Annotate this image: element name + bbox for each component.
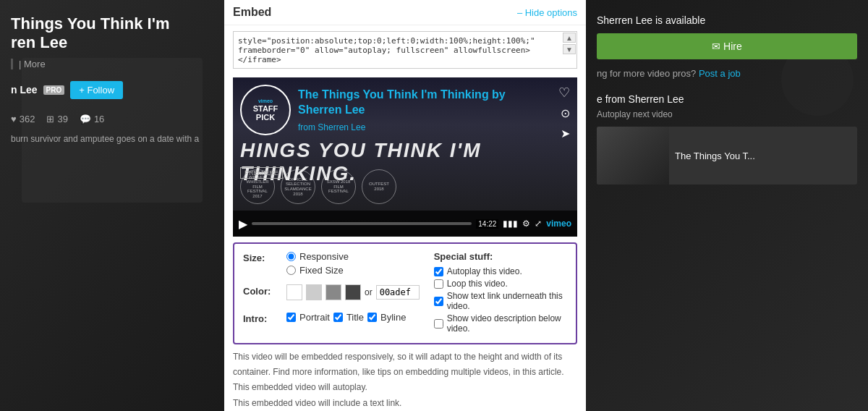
award-4: OUTFEST2018 xyxy=(362,169,396,204)
info-line-2: container. Find more information, like t… xyxy=(233,365,577,379)
fullscreen-icon[interactable]: ⤢ xyxy=(535,219,542,229)
more-label: | More xyxy=(11,59,213,69)
info-line-3: This embedded video will autoplay. xyxy=(233,381,577,394)
info-text: This video will be embedded responsively… xyxy=(233,350,577,410)
video-title-overlay: The Things You Think I'm Thinking by She… xyxy=(298,88,548,118)
loop-checkbox[interactable] xyxy=(434,279,443,289)
share-icon[interactable]: ➤ xyxy=(561,127,570,140)
author-name: n Lee xyxy=(11,84,38,96)
options-section: Size: Responsive Fixed Size Co xyxy=(233,242,577,344)
color-swatch-4[interactable] xyxy=(345,284,361,300)
responsive-label: Responsive xyxy=(299,251,349,262)
loop-label: Loop this video. xyxy=(447,279,508,289)
portrait-checkbox[interactable] xyxy=(286,313,296,322)
fixed-row: Fixed Size xyxy=(286,265,420,276)
post-job-link[interactable]: Post a job xyxy=(699,68,741,79)
color-label: Color: xyxy=(243,284,278,297)
autoplay-check-label: Autoplay this video. xyxy=(447,266,522,276)
time-label: 14:22 xyxy=(476,219,498,229)
embed-code-textarea[interactable] xyxy=(233,31,577,69)
more-videos-label: e from Sherren Lee xyxy=(597,93,857,105)
byline-label: Byline xyxy=(380,312,406,323)
staff-pick-badge: vimeo STAFF PICK xyxy=(240,85,291,135)
special-section: Special stuff: Autoplay this video. Loop… xyxy=(434,251,567,336)
intro-controls: Portrait Title Byline xyxy=(286,312,406,323)
left-panel: Things You Think I'm ren Lee | More n Le… xyxy=(0,0,224,411)
intro-row: Intro: Portrait Title Byline xyxy=(243,312,420,324)
title-label: Title xyxy=(346,312,364,323)
thumbnail-image xyxy=(597,127,669,185)
settings-icon[interactable]: ⚙ xyxy=(522,219,530,229)
show-desc-label: Show video description below video. xyxy=(447,313,567,334)
loop-row: Loop this video. xyxy=(434,279,567,289)
show-text-checkbox[interactable] xyxy=(434,297,443,306)
embed-title: Embed xyxy=(233,6,271,19)
hide-options-link[interactable]: – Hide options xyxy=(517,7,577,18)
portrait-label: Portrait xyxy=(299,312,330,323)
volume-icon[interactable]: ▮▮▮ xyxy=(503,219,518,229)
scroll-down-btn[interactable]: ▼ xyxy=(563,44,576,54)
availability-text: Sherren Lee is available xyxy=(597,14,857,26)
right-thumbnail[interactable]: The Things You T... xyxy=(597,127,857,185)
thumbnail-title: The Things You T... xyxy=(669,145,761,167)
embed-header: Embed – Hide options xyxy=(224,0,586,25)
show-desc-row: Show video description below video. xyxy=(434,313,567,334)
size-controls: Responsive Fixed Size xyxy=(286,251,420,279)
video-controls: ▶ 14:22 ▮▮▮ ⚙ ⤢ vimeo xyxy=(233,211,577,237)
fixed-size-radio[interactable] xyxy=(286,266,296,275)
follow-button[interactable]: + Follow xyxy=(70,81,123,99)
scroll-up-btn[interactable]: ▲ xyxy=(563,33,576,43)
from-author: from Sherren Lee xyxy=(298,122,365,132)
award-3: SXSW 2018FILMFESTIVAL xyxy=(321,169,356,204)
award-1: WINNERWHISTLERFILM FESTIVAL2017 xyxy=(240,169,275,204)
video-preview: vimeo STAFF PICK The Things You Think I'… xyxy=(233,77,577,237)
play-button[interactable]: ▶ xyxy=(239,217,247,231)
right-panel: Sherren Lee is available ✉ Hire ng for m… xyxy=(586,0,868,411)
embed-panel: Embed – Hide options ▲ ▼ vimeo STAFF PIC… xyxy=(224,0,586,411)
responsive-radio[interactable] xyxy=(286,252,296,261)
pro-badge: PRO xyxy=(43,85,65,95)
stacks-stat: ⊞ 39 xyxy=(46,114,67,124)
scroll-buttons: ▲ ▼ xyxy=(563,33,576,54)
size-row: Size: Responsive Fixed Size xyxy=(243,251,420,279)
progress-bar[interactable] xyxy=(252,222,472,225)
vimeo-watermark: vimeo xyxy=(546,219,571,229)
left-title: Things You Think I'm ren Lee xyxy=(11,14,213,53)
info-line-1: This video will be embedded responsively… xyxy=(233,350,577,364)
title-checkbox[interactable] xyxy=(333,313,343,322)
info-line-4: This embedded video will include a text … xyxy=(233,397,577,410)
show-desc-checkbox[interactable] xyxy=(434,319,443,329)
watch-later-icon[interactable]: ⊙ xyxy=(561,106,570,120)
special-label: Special stuff: xyxy=(434,251,567,262)
author-row: n Lee PRO + Follow xyxy=(11,81,213,99)
pick-label: PICK xyxy=(256,113,275,122)
autoplay-checkbox[interactable] xyxy=(434,267,443,276)
color-row: Color: or xyxy=(243,284,420,306)
responsive-row: Responsive xyxy=(286,251,420,262)
intro-label: Intro: xyxy=(243,312,278,324)
fixed-size-label: Fixed Size xyxy=(299,265,344,276)
color-swatch-1[interactable] xyxy=(286,284,302,300)
autoplay-row: Autoplay this video. xyxy=(434,266,567,276)
color-hex-input[interactable] xyxy=(376,285,420,300)
vimeo-label: vimeo xyxy=(258,98,273,104)
stats-row: ♥ 362 ⊞ 39 💬 16 xyxy=(11,114,213,124)
comments-stat: 💬 16 xyxy=(80,114,104,124)
left-description: burn survivor and amputee goes on a date… xyxy=(11,133,213,145)
award-badges: WINNERWHISTLERFILM FESTIVAL2017 OFFICIAL… xyxy=(240,169,570,204)
staff-label: STAFF xyxy=(253,104,278,113)
video-inner: vimeo STAFF PICK The Things You Think I'… xyxy=(233,77,577,237)
award-2: OFFICIALSELECTIONSLAMDANCE2018 xyxy=(281,169,315,204)
show-text-row: Show text link underneath this video. xyxy=(434,291,567,311)
color-swatch-2[interactable] xyxy=(306,284,322,300)
color-controls: or xyxy=(286,284,420,300)
hire-button[interactable]: ✉ Hire xyxy=(597,33,857,59)
show-text-label: Show text link underneath this video. xyxy=(447,291,567,311)
author-link[interactable]: Sherren Lee xyxy=(318,122,365,132)
color-swatch-3[interactable] xyxy=(326,284,341,300)
byline-checkbox[interactable] xyxy=(367,313,377,322)
post-job-text: ng for more video pros? Post a job xyxy=(597,68,857,79)
heart-icon[interactable]: ♡ xyxy=(558,85,570,101)
likes-stat: ♥ 362 xyxy=(11,114,35,124)
or-label: or xyxy=(365,287,373,297)
